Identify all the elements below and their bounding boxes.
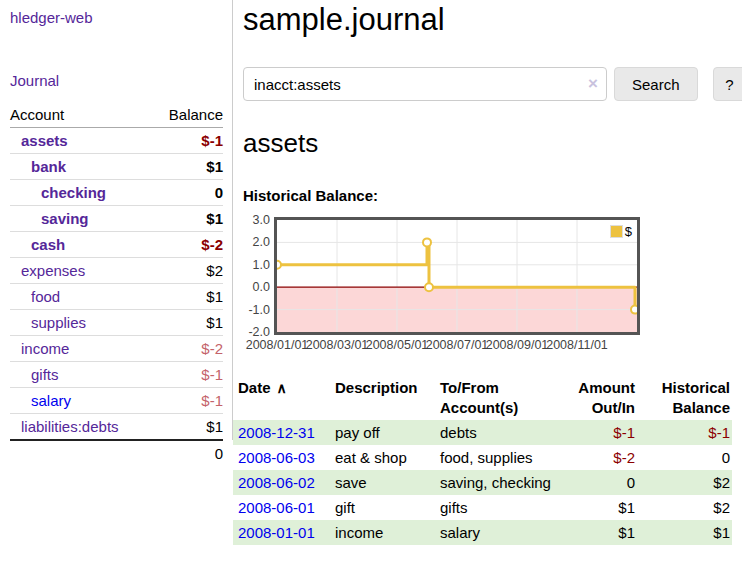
- register-header-row: Date∧ Description To/FromAccount(s) Amou…: [233, 376, 732, 420]
- col-amount: AmountOut/In: [555, 376, 637, 420]
- account-row: saving $1: [10, 206, 223, 232]
- accounts-col-balance: Balance: [152, 102, 223, 128]
- account-link[interactable]: income: [21, 340, 69, 357]
- account-link[interactable]: supplies: [31, 314, 86, 331]
- transaction-description: save: [330, 470, 435, 495]
- data-point: [425, 283, 433, 291]
- legend-label: $: [625, 224, 632, 239]
- y-tick: -1.0: [243, 302, 270, 318]
- historical-balance-label: Historical Balance:: [243, 187, 742, 204]
- transaction-description: gift: [330, 495, 435, 520]
- balance-chart: 3.0 2.0 1.0 0.0 -1.0 -2.0: [243, 214, 645, 360]
- x-tick: 2008/05/01: [366, 338, 429, 352]
- transaction-date-link[interactable]: 2008-06-01: [238, 499, 315, 516]
- account-link[interactable]: expenses: [21, 262, 85, 279]
- y-tick: 2.0: [243, 234, 270, 250]
- account-row: salary $-1: [10, 388, 223, 414]
- transaction-date-link[interactable]: 2008-06-02: [238, 474, 315, 491]
- register-row: 2008-06-03 eat & shop food, supplies $-2…: [233, 445, 732, 470]
- register-table: Date∧ Description To/FromAccount(s) Amou…: [233, 376, 732, 545]
- account-balance: 0: [152, 180, 223, 206]
- transaction-balance: 0: [637, 445, 732, 470]
- register-row: 2008-12-31 pay off debts $-1 $-1: [233, 420, 732, 445]
- data-point: [631, 306, 637, 314]
- account-balance: $-1: [152, 388, 223, 414]
- search-form: × Search ?: [243, 67, 742, 101]
- transaction-description: eat & shop: [330, 445, 435, 470]
- page-title: sample.journal: [243, 2, 742, 38]
- transaction-balance: $2: [637, 470, 732, 495]
- y-tick: 1.0: [243, 257, 270, 273]
- sidebar: hledger-web Journal Account Balance asse…: [0, 0, 233, 440]
- search-button[interactable]: Search: [614, 67, 698, 101]
- account-balance: $1: [152, 154, 223, 180]
- account-link[interactable]: salary: [31, 392, 71, 409]
- account-row: checking 0: [10, 180, 223, 206]
- transaction-date-link[interactable]: 2008-06-03: [238, 449, 315, 466]
- x-tick: 2008/03/01: [306, 338, 369, 352]
- account-row: expenses $2: [10, 258, 223, 284]
- col-description: Description: [330, 376, 435, 420]
- account-link[interactable]: bank: [31, 158, 66, 175]
- col-accounts: To/FromAccount(s): [435, 376, 555, 420]
- account-link[interactable]: gifts: [31, 366, 59, 383]
- accounts-total: 0: [152, 440, 223, 466]
- transaction-date-link[interactable]: 2008-12-31: [238, 424, 315, 441]
- account-row: income $-2: [10, 336, 223, 362]
- accounts-table: Account Balance assets $-1 bank $1 check…: [10, 102, 223, 466]
- x-tick: 2008/07/01: [426, 338, 489, 352]
- transaction-balance: $-1: [637, 420, 732, 445]
- y-tick: 0.0: [243, 279, 270, 295]
- chart-legend: $: [610, 224, 632, 239]
- account-balance: $1: [152, 310, 223, 336]
- transaction-amount: $1: [555, 520, 637, 545]
- register-row: 2008-01-01 income salary $1 $1: [233, 520, 732, 545]
- account-link[interactable]: saving: [41, 210, 89, 227]
- transaction-balance: $2: [637, 495, 732, 520]
- transaction-amount: $1: [555, 495, 637, 520]
- data-point: [277, 261, 281, 269]
- transaction-accounts: food, supplies: [435, 445, 555, 470]
- col-date: Date∧: [233, 376, 330, 420]
- plot-area: $: [274, 217, 640, 335]
- x-tick: 2008/09/01: [486, 338, 549, 352]
- data-point: [423, 238, 431, 246]
- transaction-amount: 0: [555, 470, 637, 495]
- help-button[interactable]: ?: [713, 67, 742, 101]
- account-link[interactable]: food: [31, 288, 60, 305]
- account-row: gifts $-1: [10, 362, 223, 388]
- account-row: bank $1: [10, 154, 223, 180]
- transaction-accounts: debts: [435, 420, 555, 445]
- x-tick: 2008/11/01: [546, 338, 608, 352]
- transaction-accounts: gifts: [435, 495, 555, 520]
- account-row: supplies $1: [10, 310, 223, 336]
- chart-canvas: [277, 220, 637, 332]
- account-balance: $1: [152, 206, 223, 232]
- account-link[interactable]: cash: [31, 236, 65, 253]
- brand-link[interactable]: hledger-web: [10, 9, 93, 26]
- account-row: cash $-2: [10, 232, 223, 258]
- account-balance: $1: [152, 284, 223, 310]
- transaction-description: income: [330, 520, 435, 545]
- account-balance: $-2: [152, 232, 223, 258]
- search-input[interactable]: [243, 67, 607, 101]
- account-link[interactable]: liabilities:debts: [21, 418, 119, 435]
- account-title: assets: [243, 128, 742, 159]
- sidebar-item-journal[interactable]: Journal: [10, 72, 59, 89]
- account-link[interactable]: checking: [41, 184, 106, 201]
- main-content: sample.journal × Search ? assets Histori…: [233, 0, 742, 545]
- col-historical: HistoricalBalance: [637, 376, 732, 420]
- transaction-accounts: salary: [435, 520, 555, 545]
- y-tick: 3.0: [243, 212, 270, 228]
- account-link[interactable]: assets: [21, 132, 68, 149]
- accounts-col-account: Account: [10, 102, 152, 128]
- account-balance: $-2: [152, 336, 223, 362]
- transaction-accounts: saving, checking: [435, 470, 555, 495]
- transaction-amount: $-1: [555, 420, 637, 445]
- account-balance: $2: [152, 258, 223, 284]
- account-balance: $-1: [152, 128, 223, 154]
- transaction-description: pay off: [330, 420, 435, 445]
- transaction-date-link[interactable]: 2008-01-01: [238, 524, 315, 541]
- page: hledger-web Journal Account Balance asse…: [0, 0, 742, 545]
- clear-search-icon[interactable]: ×: [588, 74, 598, 93]
